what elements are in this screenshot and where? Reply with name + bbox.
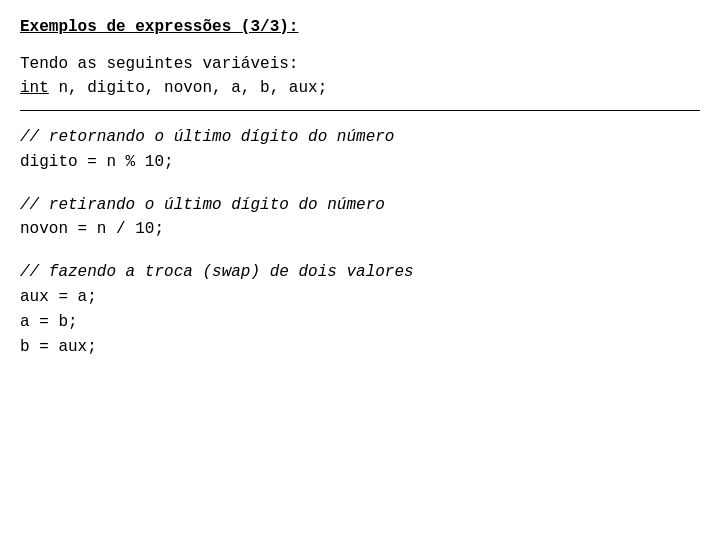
code-section-1: // retornando o último dígito do número … <box>20 125 700 175</box>
comment-line-2: // retirando o último dígito do número <box>20 193 700 218</box>
code-line-3c: b = aux; <box>20 335 700 360</box>
intro-text-2: n, digito, novon, a, b, aux; <box>49 79 327 97</box>
section-divider <box>20 110 700 111</box>
intro-block: Tendo as seguintes variáveis: int n, dig… <box>20 52 700 100</box>
page-container: Exemplos de expressões (3/3): Tendo as s… <box>0 0 720 540</box>
code-line-3b: a = b; <box>20 310 700 335</box>
code-line-3a: aux = a; <box>20 285 700 310</box>
comment-line-1: // retornando o último dígito do número <box>20 125 700 150</box>
intro-line2: int n, digito, novon, a, b, aux; <box>20 76 700 100</box>
code-line-2: novon = n / 10; <box>20 217 700 242</box>
keyword-int: int <box>20 79 49 97</box>
page-title: Exemplos de expressões (3/3): <box>20 18 700 36</box>
intro-line1: Tendo as seguintes variáveis: <box>20 52 700 76</box>
intro-text-1: Tendo as seguintes variáveis: <box>20 55 298 73</box>
comment-line-3: // fazendo a troca (swap) de dois valore… <box>20 260 700 285</box>
code-line-1: digito = n % 10; <box>20 150 700 175</box>
code-section-3: // fazendo a troca (swap) de dois valore… <box>20 260 700 359</box>
code-section-2: // retirando o último dígito do número n… <box>20 193 700 243</box>
